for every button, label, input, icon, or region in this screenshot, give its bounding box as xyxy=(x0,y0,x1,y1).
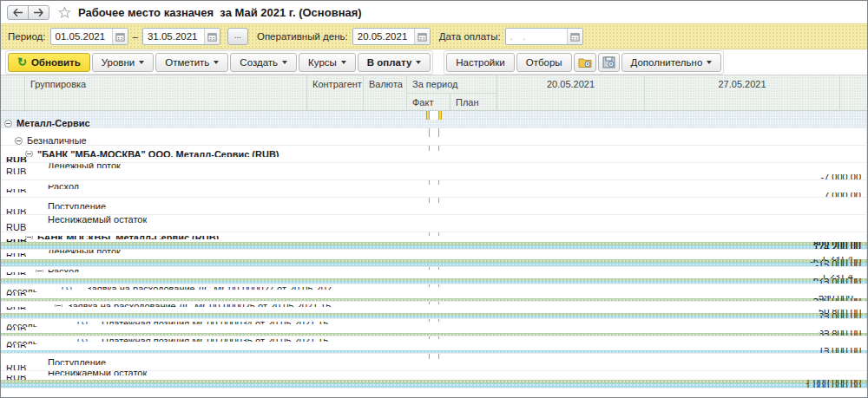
footer-space xyxy=(1,388,867,398)
row-checkbox-focused[interactable] xyxy=(426,111,442,120)
calendar-icon[interactable] xyxy=(112,29,128,44)
plan-value: -7 000,00 xyxy=(821,174,861,179)
chevron-down-icon xyxy=(707,61,712,64)
to-payment-dropdown-button[interactable]: В оплату xyxy=(358,53,431,72)
table-row[interactable]: РасходRUB1 231 4...625 800,0015 000,00 xyxy=(1,267,867,284)
secondary-button-group: Настройки Отборы Дополнительно xyxy=(444,50,724,75)
create-dropdown-button[interactable]: Создать xyxy=(230,53,297,72)
table-row[interactable]: Безналичные xyxy=(1,128,867,146)
currency-value: RUB xyxy=(6,224,26,232)
table-row[interactable]: ПоступлениеRUB xyxy=(1,354,867,371)
filter-bar: Период: 01.05.2021 – 31.05.2021 ... Опер… xyxy=(1,23,867,49)
table-row[interactable]: Неснижаемый остатокRUB xyxy=(1,215,867,232)
back-button[interactable] xyxy=(7,5,29,20)
collapse-expander-icon[interactable] xyxy=(36,270,43,272)
calendar-icon[interactable] xyxy=(567,29,582,44)
save-settings-button[interactable] xyxy=(598,53,620,72)
load-settings-button[interactable] xyxy=(574,53,596,72)
payment-date-input[interactable]: . . xyxy=(505,28,583,45)
mark-dropdown-button[interactable]: Отметить xyxy=(155,53,228,72)
chevron-down-icon xyxy=(341,61,346,64)
collapse-expander-icon[interactable] xyxy=(25,151,33,156)
table-row[interactable]: Заявка на расходование ДС МС00-000027 от… xyxy=(1,284,867,302)
header-currency[interactable]: Валюта xyxy=(364,75,407,110)
header-date-1[interactable]: 20.05.2021 xyxy=(497,75,645,110)
date2-value: 1 000 000,00 xyxy=(806,383,861,388)
calendar-icon[interactable] xyxy=(204,29,220,44)
date2-cell: 1 000 000,00 xyxy=(1,383,867,388)
operational-day-label: Оперативный день: xyxy=(257,31,348,42)
date1-value: 590 000,00 xyxy=(813,298,861,301)
header-date-partial xyxy=(840,75,867,110)
date1-cell: 35 800,00 xyxy=(1,333,867,336)
settings-button[interactable]: Настройки xyxy=(446,53,514,72)
currency-value: RUB xyxy=(6,157,27,162)
chevron-down-icon xyxy=(139,61,144,64)
operational-day-input[interactable]: 20.05.2021 xyxy=(352,28,431,45)
filters-button[interactable]: Отборы xyxy=(516,53,572,72)
checkbox-cell xyxy=(1,111,867,120)
date1-value: 35 800,00 xyxy=(819,333,861,336)
plan-value: 7 000,00 xyxy=(824,192,861,197)
date2-value: -15 000,00 xyxy=(815,263,861,266)
grouping-cell: Неснижаемый остаток xyxy=(1,215,867,224)
page-title: Рабочее место казначея за Май 2021 г. (О… xyxy=(78,6,362,19)
table-row[interactable]: РасходRUB7 000,00 xyxy=(1,180,867,198)
currency-cell: RUB xyxy=(1,157,867,162)
period-to-input[interactable]: 31.05.2021 xyxy=(142,28,220,45)
table-row[interactable]: Неснижаемый остатокRUB1 000 000,001 000 … xyxy=(1,371,867,388)
row-label: Неснижаемый остаток xyxy=(48,215,147,224)
header-date-2[interactable]: 27.05.2021 xyxy=(645,75,840,110)
refresh-icon: ↻ xyxy=(17,56,27,68)
arrow-left-icon xyxy=(13,9,23,16)
row-label: Безналичные xyxy=(27,137,87,146)
date2-cell: 15 000,00 xyxy=(1,316,867,318)
date2-cell: 15 000,00 xyxy=(1,281,867,284)
currency-cell: RUB xyxy=(1,365,867,370)
table-row[interactable]: БАНК МОСКВЫ, Металл-Сервис (RUB)RUB800 0… xyxy=(1,232,867,250)
table-row[interactable]: Платежная позиция МС00-000034 от 20.05.2… xyxy=(1,319,867,336)
collapse-expander-icon[interactable] xyxy=(25,236,33,239)
header-plan[interactable]: План xyxy=(450,93,497,110)
table-row[interactable]: Денежный потокRUB-1 231 4...-625 800,00-… xyxy=(1,250,867,267)
table-row[interactable]: Заявка на расходование ДС МС00-000025 от… xyxy=(1,302,867,319)
checkbox xyxy=(429,111,439,120)
currency-value: RUB xyxy=(6,365,26,370)
chevron-down-icon xyxy=(416,61,421,64)
currency-cell: RUB xyxy=(1,224,867,232)
table-row[interactable]: "БАНК "МБА-МОСКВА" ООО, Металл-Сервис (R… xyxy=(1,146,867,163)
header-contragent[interactable]: Контрагент xyxy=(307,75,364,110)
row-checkbox[interactable] xyxy=(429,128,439,137)
plan-cell: -7 000,00 xyxy=(1,174,867,179)
period-from-input[interactable]: 01.05.2021 xyxy=(50,28,128,45)
main-button-group: ↻ Обновить Уровни Отметить Создать Курсы… xyxy=(5,50,433,75)
date2-cell: 174 200,00 xyxy=(1,245,867,249)
title-bar: Рабочее место казначея за Май 2021 г. (О… xyxy=(1,1,867,23)
row-label: Металл-Сервис xyxy=(16,120,90,128)
folder-settings-icon xyxy=(578,56,592,69)
refresh-button[interactable]: ↻ Обновить xyxy=(8,53,90,72)
arrow-right-icon xyxy=(34,9,43,16)
collapse-expander-icon[interactable] xyxy=(15,137,23,145)
favorite-star-icon[interactable] xyxy=(58,6,71,19)
table-row[interactable]: ПоступлениеRUB xyxy=(1,198,867,215)
table-row[interactable]: Денежный потокRUB-7 000,00 xyxy=(1,163,867,180)
collapse-expander-icon[interactable] xyxy=(4,120,12,127)
table-row[interactable]: Платежная позиция МС00-000035 от 20.05.2… xyxy=(1,336,867,354)
more-dropdown-button[interactable]: Дополнительно xyxy=(621,53,722,72)
forward-button[interactable] xyxy=(28,5,49,20)
choose-period-button[interactable]: ... xyxy=(227,28,248,45)
levels-dropdown-button[interactable]: Уровни xyxy=(92,53,154,72)
payment-date-label: Дата оплаты: xyxy=(439,31,501,42)
header-period[interactable]: За период xyxy=(407,75,497,93)
plan-cell: 7 000,00 xyxy=(1,192,867,197)
table-row[interactable]: Металл-Сервис xyxy=(1,111,867,128)
calendar-icon[interactable] xyxy=(414,29,430,44)
date2-cell: -15 000,00 xyxy=(1,263,867,266)
date2-value: 174 200,00 xyxy=(813,245,861,249)
header-grouping[interactable]: Группировка xyxy=(25,75,307,110)
header-fact[interactable]: Факт xyxy=(407,93,450,110)
collapse-expander-icon[interactable] xyxy=(55,304,62,307)
header-checkbox-column xyxy=(1,75,25,110)
rates-dropdown-button[interactable]: Курсы xyxy=(299,53,356,72)
